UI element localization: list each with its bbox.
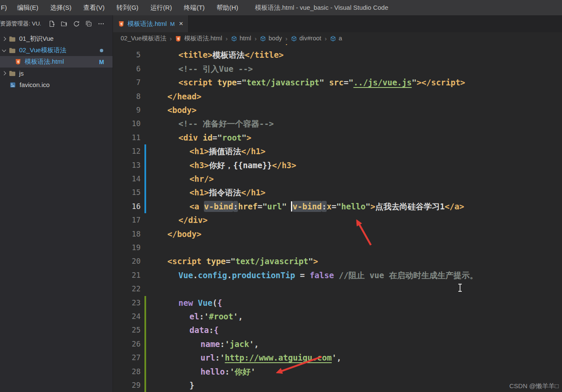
code-line-25[interactable]: 25data:{ bbox=[113, 323, 562, 337]
close-icon[interactable]: × bbox=[179, 20, 183, 28]
collapse-folders-icon[interactable] bbox=[85, 20, 93, 28]
breadcrumb-item-1[interactable]: 5模板语法.html bbox=[175, 34, 222, 42]
code-line-19[interactable]: 19 bbox=[113, 241, 562, 254]
breadcrumb-separator: › bbox=[325, 35, 327, 42]
explorer-header: 资源管理器: VU... bbox=[0, 15, 113, 32]
line-number: 18 bbox=[113, 227, 141, 241]
tree-item-0[interactable]: 01_初识Vue bbox=[0, 33, 113, 45]
code-line-16[interactable]: 16<a v-bind:href="url" v-bind:x="hello">… bbox=[113, 200, 562, 213]
breadcrumb-separator: › bbox=[226, 35, 228, 42]
code-line-10[interactable]: 10<!-- 准备好一个容器--> bbox=[113, 117, 562, 130]
code-line-text: <!-- 准备好一个容器--> bbox=[178, 117, 274, 131]
breadcrumb-item-5[interactable]: a bbox=[330, 35, 342, 42]
breadcrumb-separator: › bbox=[285, 35, 288, 42]
gutter-added-indicator bbox=[144, 365, 146, 378]
code-line-7[interactable]: 7<script type="text/javascript" src="../… bbox=[113, 76, 562, 89]
code-line-text: Vue.config.productionTip = false //阻止 vu… bbox=[178, 268, 478, 282]
gutter-added-indicator bbox=[144, 378, 146, 392]
tab-bar: 5 模板语法.html M × bbox=[113, 15, 562, 32]
tree-item-4[interactable]: favicon.ico bbox=[0, 79, 113, 90]
code-line-text: <title>模板语法</title> bbox=[178, 48, 284, 62]
breadcrumb-label: 02_Vue模板语法 bbox=[121, 34, 166, 42]
tree-item-3[interactable]: js bbox=[0, 68, 113, 79]
code-editor[interactable]: 4<meta charset="UTF-8" />5<title>模板语法</t… bbox=[113, 34, 562, 392]
window-title: 模板语法.html - vue_basic - Visual Studio Co… bbox=[255, 0, 388, 15]
menu-item-1[interactable]: 编辑(E) bbox=[11, 0, 44, 15]
new-file-icon[interactable] bbox=[48, 20, 56, 28]
code-line-23[interactable]: 23new Vue({ bbox=[113, 296, 562, 310]
code-line-20[interactable]: 20<script type="text/javascript"> bbox=[113, 254, 562, 268]
chevron-down-icon[interactable] bbox=[2, 48, 6, 52]
line-number: 17 bbox=[113, 213, 141, 227]
chevron-right-icon[interactable] bbox=[2, 37, 6, 41]
line-number: 23 bbox=[113, 296, 141, 310]
line-number: 21 bbox=[113, 268, 141, 282]
code-line-17[interactable]: 17</div> bbox=[113, 213, 562, 227]
watermark: CSDN @懒羊羊□ bbox=[509, 382, 559, 390]
line-number: 14 bbox=[113, 172, 141, 186]
explorer-sidebar: 资源管理器: VU... 01_初识Vue02_Vue模板语法5模板语法.htm… bbox=[0, 15, 113, 392]
code-line-21[interactable]: 21Vue.config.productionTip = false //阻止 … bbox=[113, 268, 562, 282]
new-folder-icon[interactable] bbox=[60, 20, 68, 28]
code-line-12[interactable]: 12<h1>插值语法</h1> bbox=[113, 144, 562, 158]
code-line-27[interactable]: 27url:'http://www.atguigu.com', bbox=[113, 351, 562, 364]
breadcrumb-item-2[interactable]: html bbox=[231, 35, 251, 42]
gutter-modified-indicator bbox=[144, 144, 146, 158]
breadcrumb-item-4[interactable]: div#root bbox=[291, 35, 322, 42]
code-line-text: <body> bbox=[167, 103, 197, 117]
line-number: 19 bbox=[113, 241, 141, 255]
breadcrumb-item-3[interactable]: body bbox=[260, 35, 282, 42]
refresh-icon[interactable] bbox=[73, 20, 80, 28]
code-line-18[interactable]: 18</body> bbox=[113, 227, 562, 241]
code-line-11[interactable]: 11<div id="root"> bbox=[113, 131, 562, 144]
code-line-9[interactable]: 9<body> bbox=[113, 103, 562, 117]
menu-item-3[interactable]: 查看(V) bbox=[77, 0, 110, 15]
code-line-text: url:'http://www.atguigu.com', bbox=[201, 351, 342, 365]
line-number: 6 bbox=[113, 62, 141, 76]
code-line-26[interactable]: 26name:'jack', bbox=[113, 337, 562, 351]
gutter-modified-indicator bbox=[144, 200, 146, 213]
code-line-text: <script type="text/javascript" src="../j… bbox=[178, 76, 465, 90]
folder-icon bbox=[8, 36, 16, 42]
menu-item-6[interactable]: 终端(T) bbox=[178, 0, 211, 15]
code-line-6[interactable]: 6<!-- 引入Vue --> bbox=[113, 62, 562, 76]
vscode-window: F)编辑(E)选择(S)查看(V)转到(G)运行(R)终端(T)帮助(H) 模板… bbox=[0, 0, 562, 392]
breadcrumb-label: a bbox=[339, 35, 342, 42]
svg-text:5: 5 bbox=[120, 22, 122, 26]
line-number: 24 bbox=[113, 310, 141, 324]
code-line-text: </body> bbox=[167, 227, 201, 241]
tree-item-2[interactable]: 5模板语法.htmlM bbox=[0, 56, 113, 68]
code-line-13[interactable]: 13<h3>你好，{{name}}</h3> bbox=[113, 158, 562, 172]
menu-item-5[interactable]: 运行(R) bbox=[144, 0, 178, 15]
folder-icon bbox=[8, 48, 16, 54]
tab-label: 模板语法.html bbox=[127, 20, 167, 28]
menu-item-0[interactable]: F) bbox=[1, 0, 11, 15]
code-line-8[interactable]: 8</head> bbox=[113, 90, 562, 103]
menu-item-7[interactable]: 帮助(H) bbox=[211, 0, 244, 15]
breadcrumb-item-0[interactable]: 02_Vue模板语法 bbox=[121, 34, 166, 42]
code-line-15[interactable]: 15<h1>指令语法</h1> bbox=[113, 186, 562, 199]
html-file-icon: 5 bbox=[118, 21, 124, 27]
code-line-24[interactable]: 24el:'#root', bbox=[113, 310, 562, 323]
code-line-5[interactable]: 5<title>模板语法</title> bbox=[113, 48, 562, 62]
code-line-text: </div> bbox=[178, 213, 208, 227]
code-line-29[interactable]: 29} bbox=[113, 378, 562, 392]
breadcrumb-separator: › bbox=[169, 35, 172, 42]
gutter-modified-indicator bbox=[144, 172, 146, 186]
menu-item-4[interactable]: 转到(G) bbox=[110, 0, 144, 15]
gutter-added-indicator bbox=[144, 351, 146, 364]
explorer-header-title: 资源管理器: VU... bbox=[0, 20, 41, 28]
more-actions-icon[interactable] bbox=[97, 20, 105, 28]
breadcrumb-label: html bbox=[240, 35, 251, 42]
code-line-28[interactable]: 28hello:'你好' bbox=[113, 365, 562, 378]
line-number: 8 bbox=[113, 90, 141, 104]
tree-item-1[interactable]: 02_Vue模板语法 bbox=[0, 45, 113, 56]
tab-template-syntax[interactable]: 5 模板语法.html M × bbox=[113, 15, 189, 32]
code-line-22[interactable]: 22 bbox=[113, 282, 562, 296]
chevron-right-icon[interactable] bbox=[2, 71, 6, 76]
code-line-text: <hr/> bbox=[189, 172, 214, 186]
menu-item-2[interactable]: 选择(S) bbox=[44, 0, 77, 15]
symbol-cube-icon bbox=[291, 36, 297, 42]
code-line-14[interactable]: 14<hr/> bbox=[113, 172, 562, 186]
line-number: 28 bbox=[113, 365, 141, 379]
